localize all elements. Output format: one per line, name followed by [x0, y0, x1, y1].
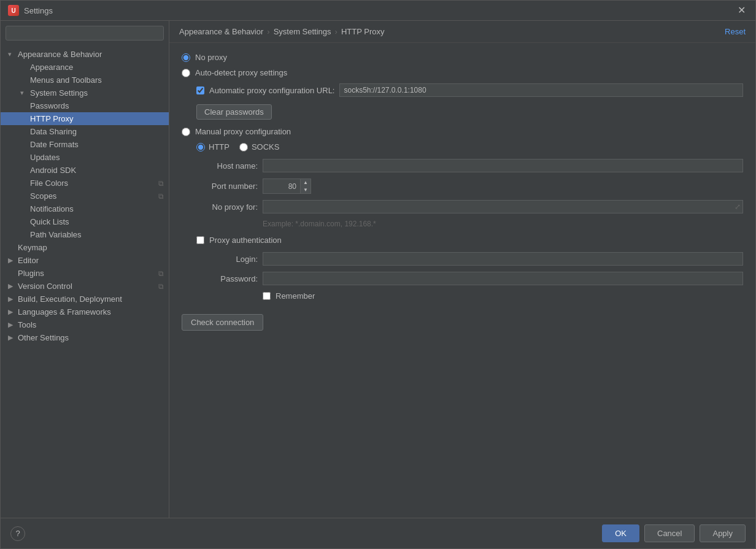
sidebar-item-version-control[interactable]: ▶ Version Control ⧉: [1, 280, 169, 293]
apply-button[interactable]: Apply: [700, 524, 746, 542]
copy-icon: ⧉: [158, 269, 164, 278]
sidebar-item-keymap[interactable]: Keymap: [1, 241, 169, 254]
sidebar-item-system-settings[interactable]: ▾ System Settings: [1, 86, 169, 99]
breadcrumb-item-2: System Settings: [274, 27, 331, 36]
sidebar-item-label: Tools: [18, 320, 36, 329]
breadcrumb-sep-1: ›: [267, 27, 269, 36]
no-proxy-label[interactable]: No proxy: [195, 53, 227, 62]
proxy-auth-row: Proxy authentication: [196, 236, 743, 245]
copy-icon: ⧉: [158, 192, 164, 201]
sidebar-item-notifications[interactable]: Notifications: [1, 202, 169, 215]
password-label: Password:: [196, 274, 258, 283]
help-button[interactable]: ?: [10, 526, 25, 541]
sidebar-item-path-variables[interactable]: Path Variables: [1, 228, 169, 241]
sidebar-item-data-sharing[interactable]: Data Sharing: [1, 125, 169, 138]
spinner-down-button[interactable]: ▼: [301, 186, 310, 194]
arrow-icon: ▾: [20, 89, 28, 97]
auto-proxy-section: Automatic proxy configuration URL: Clear…: [196, 83, 743, 127]
example-text: Example: *.domain.com, 192.168.*: [263, 220, 743, 228]
sidebar-item-editor[interactable]: ▶ Editor: [1, 254, 169, 267]
app-icon: U: [8, 5, 19, 16]
arrow-icon: ▶: [8, 256, 15, 264]
check-connection-button[interactable]: Check connection: [182, 314, 263, 331]
sidebar-item-scopes[interactable]: Scopes ⧉: [1, 190, 169, 202]
auto-detect-row: Auto-detect proxy settings: [182, 68, 743, 77]
auto-detect-radio[interactable]: [182, 69, 190, 77]
no-proxy-radio[interactable]: [182, 53, 190, 62]
sidebar-item-label: HTTP Proxy: [30, 114, 74, 123]
breadcrumb-bar: Appearance & Behavior › System Settings …: [169, 21, 755, 43]
sidebar-item-updates[interactable]: Updates: [1, 151, 169, 164]
clear-passwords-button[interactable]: Clear passwords: [196, 104, 272, 120]
auto-proxy-url-label[interactable]: Automatic proxy configuration URL:: [209, 86, 334, 95]
remember-checkbox[interactable]: [263, 292, 271, 300]
sidebar-item-label: Data Sharing: [30, 127, 77, 136]
socks-label[interactable]: SOCKS: [252, 142, 280, 152]
title-bar: U Settings ✕: [1, 1, 755, 21]
expand-icon[interactable]: ⤢: [735, 202, 741, 211]
footer-right: OK Cancel Apply: [602, 524, 746, 542]
sidebar-item-label: Updates: [30, 153, 60, 162]
cancel-button[interactable]: Cancel: [644, 524, 695, 542]
copy-icon: ⧉: [158, 282, 164, 291]
sidebar-item-appearance[interactable]: Appearance: [1, 61, 169, 74]
sidebar-item-date-formats[interactable]: Date Formats: [1, 138, 169, 151]
search-input[interactable]: [6, 26, 164, 40]
breadcrumb-item-1: Appearance & Behavior: [179, 27, 263, 36]
reset-link[interactable]: Reset: [725, 27, 746, 36]
sidebar-item-tools[interactable]: ▶ Tools: [1, 318, 169, 331]
sidebar-item-quick-lists[interactable]: Quick Lists: [1, 215, 169, 228]
proxy-auth-label[interactable]: Proxy authentication: [209, 236, 282, 245]
host-name-label: Host name:: [196, 161, 258, 171]
manual-proxy-section: HTTP SOCKS Host name: Port: [196, 142, 743, 301]
sidebar-item-label: Keymap: [18, 243, 47, 252]
remember-label[interactable]: Remember: [276, 291, 315, 301]
sidebar-item-http-proxy[interactable]: HTTP Proxy: [1, 112, 169, 125]
auto-proxy-url-row: Automatic proxy configuration URL:: [196, 83, 743, 97]
sidebar-item-menus-toolbars[interactable]: Menus and Toolbars: [1, 74, 169, 86]
http-label[interactable]: HTTP: [209, 142, 230, 152]
manual-proxy-radio[interactable]: [182, 128, 190, 136]
sidebar-item-label: System Settings: [30, 88, 88, 98]
password-input[interactable]: [263, 272, 743, 285]
content-area: No proxy Auto-detect proxy settings Auto…: [169, 43, 755, 518]
sidebar-tree: ▾ Appearance & Behavior Appearance Menus…: [1, 45, 169, 518]
sidebar-item-file-colors[interactable]: File Colors ⧉: [1, 177, 169, 190]
no-proxy-input-wrap: ⤢: [263, 200, 743, 213]
auto-proxy-url-input[interactable]: [339, 83, 743, 97]
sidebar-item-label: Other Settings: [18, 333, 69, 342]
sidebar-item-languages-frameworks[interactable]: ▶ Languages & Frameworks: [1, 305, 169, 318]
sidebar-item-label: Notifications: [30, 204, 74, 213]
sidebar-item-build-execution[interactable]: ▶ Build, Execution, Deployment: [1, 293, 169, 305]
http-protocol-radio[interactable]: [196, 143, 205, 152]
auto-detect-label[interactable]: Auto-detect proxy settings: [195, 68, 287, 77]
ok-button[interactable]: OK: [602, 524, 639, 542]
auto-proxy-url-checkbox[interactable]: [196, 86, 204, 94]
arrow-icon: ▾: [8, 50, 15, 58]
manual-proxy-label[interactable]: Manual proxy configuration: [195, 127, 291, 136]
sidebar-item-label: Date Formats: [30, 140, 79, 149]
host-name-input[interactable]: [263, 159, 743, 172]
proxy-auth-checkbox[interactable]: [196, 236, 204, 244]
sidebar-item-plugins[interactable]: Plugins ⧉: [1, 267, 169, 280]
port-input[interactable]: [263, 180, 300, 193]
close-button[interactable]: ✕: [735, 4, 748, 17]
title-bar-left: U Settings: [8, 5, 53, 16]
sidebar-item-other-settings[interactable]: ▶ Other Settings: [1, 331, 169, 344]
port-spinner: ▲ ▼: [263, 179, 311, 194]
remember-row: Remember: [263, 291, 743, 301]
sidebar-item-label: Appearance & Behavior: [18, 50, 102, 59]
port-number-label: Port number:: [196, 182, 258, 191]
sidebar: ▾ Appearance & Behavior Appearance Menus…: [1, 21, 169, 518]
sidebar-item-passwords[interactable]: Passwords: [1, 99, 169, 112]
no-proxy-row: No proxy: [182, 53, 743, 62]
login-input[interactable]: [263, 252, 743, 266]
sidebar-item-label: File Colors: [30, 179, 68, 188]
sidebar-item-appearance-behavior[interactable]: ▾ Appearance & Behavior: [1, 48, 169, 61]
sidebar-item-label: Path Variables: [30, 230, 82, 239]
spinner-up-button[interactable]: ▲: [301, 179, 310, 186]
sidebar-item-label: Appearance: [30, 63, 73, 72]
sidebar-item-android-sdk[interactable]: Android SDK: [1, 164, 169, 177]
no-proxy-for-input[interactable]: [263, 200, 743, 213]
socks-protocol-radio[interactable]: [239, 143, 248, 152]
